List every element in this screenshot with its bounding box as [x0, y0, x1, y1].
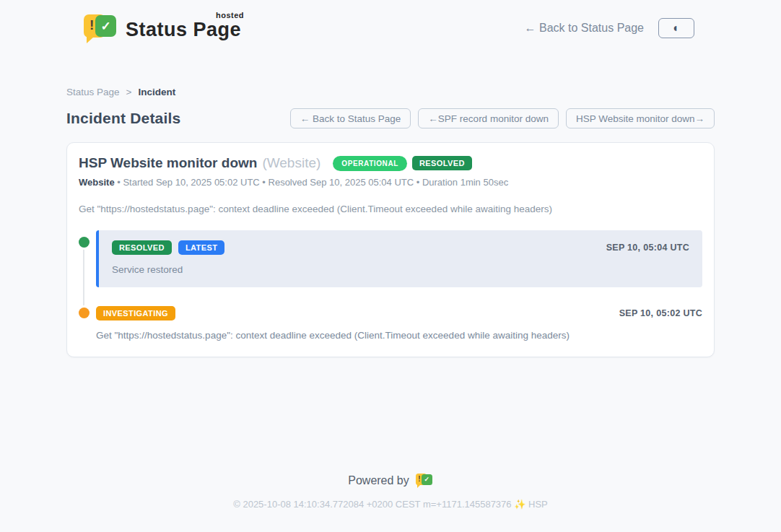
timeline-entry-investigating: INVESTIGATING SEP 10, 05:02 UTC Get "htt…: [79, 306, 702, 341]
timeline-entry-header: INVESTIGATING SEP 10, 05:02 UTC: [96, 306, 702, 320]
latest-badge: LATEST: [178, 240, 224, 255]
header-actions: ← Back to Status Page ◐: [525, 18, 694, 38]
timeline-entry-badges: RESOLVED LATEST: [112, 240, 224, 255]
title-row: Incident Details ← Back to Status Page ←…: [66, 108, 715, 128]
timeline-entry-timestamp: SEP 10, 05:02 UTC: [619, 308, 702, 318]
breadcrumb: Status Page > Incident: [66, 87, 715, 97]
timeline-entry-message: Get "https://hostedstatus.page": context…: [96, 330, 702, 341]
next-incident-button[interactable]: HSP Website monitor down→: [566, 108, 715, 128]
logo-checkmark-icon: ✓: [422, 474, 432, 485]
incident-nav-buttons: ← Back to Status Page ←SPF record monito…: [290, 108, 715, 128]
statuspage-mini-logo-icon: ✓ !: [416, 473, 433, 488]
theme-toggle-icon: ◐: [673, 22, 680, 34]
logo-bubble-tail: [417, 484, 421, 488]
previous-incident-button[interactable]: ←SPF record monitor down: [418, 108, 559, 128]
incident-title: HSP Website monitor down: [79, 155, 257, 171]
statuspage-logo-icon: ✓ !: [84, 13, 117, 43]
timeline-dot-orange-icon: [79, 308, 90, 318]
statuspage-logo[interactable]: ✓ ! Status Pagehosted: [84, 13, 241, 43]
timeline-entry-timestamp: SEP 10, 05:04 UTC: [606, 243, 689, 253]
timeline-entry-plain: INVESTIGATING SEP 10, 05:02 UTC Get "htt…: [96, 306, 702, 341]
incident-timeline: RESOLVED LATEST SEP 10, 05:04 UTC Servic…: [79, 230, 702, 341]
timeline-entry-box: RESOLVED LATEST SEP 10, 05:04 UTC Servic…: [96, 230, 702, 287]
back-to-status-page-button[interactable]: ← Back to Status Page: [290, 108, 411, 128]
header-back-to-status-page-link[interactable]: ← Back to Status Page: [525, 22, 644, 35]
theme-toggle-button[interactable]: ◐: [658, 18, 694, 38]
footer: Powered by ✓ ! © 2025-10-08 14:10:34.772…: [0, 473, 781, 510]
incident-description: Get "https://hostedstatus.page": context…: [79, 204, 702, 214]
breadcrumb-status-page[interactable]: Status Page: [66, 87, 120, 97]
incident-component: (Website): [262, 155, 320, 171]
incident-meta-component: Website: [79, 177, 115, 188]
page-title: Incident Details: [66, 110, 180, 127]
operational-status-badge: OPERATIONAL: [333, 156, 407, 171]
logo-bubble-tail: [87, 37, 94, 43]
breadcrumb-incident: Incident: [138, 87, 175, 97]
breadcrumb-separator: >: [126, 87, 132, 97]
brand-name: Status Pagehosted: [126, 19, 241, 41]
copyright-text: © 2025-10-08 14:10:34.772084 +0200 CEST …: [0, 499, 781, 510]
timeline-entry-message: Service restored: [112, 264, 689, 275]
timeline-entry-resolved: RESOLVED LATEST SEP 10, 05:04 UTC Servic…: [79, 230, 702, 287]
resolved-badge: RESOLVED: [112, 240, 172, 255]
brand-hosted-label: hosted: [216, 11, 244, 19]
incident-meta-details: • Started Sep 10, 2025 05:02 UTC • Resol…: [117, 177, 508, 188]
logo-exclamation-icon: !: [418, 475, 420, 484]
header: ✓ ! Status Pagehosted ← Back to Status P…: [0, 0, 781, 46]
timeline-dot-green-icon: [79, 237, 90, 248]
timeline-entry-header: RESOLVED LATEST SEP 10, 05:04 UTC: [112, 240, 689, 255]
incident-title-row: HSP Website monitor down (Website) OPERA…: [79, 155, 702, 171]
main-content: Status Page > Incident Incident Details …: [66, 87, 715, 357]
logo-checkmark-icon: ✓: [95, 15, 116, 37]
resolved-state-badge: RESOLVED: [412, 156, 472, 170]
powered-by-label: Powered by: [348, 474, 409, 487]
investigating-badge: INVESTIGATING: [96, 306, 175, 320]
powered-by-link[interactable]: Powered by ✓ !: [0, 473, 781, 488]
incident-meta: Website • Started Sep 10, 2025 05:02 UTC…: [79, 177, 702, 188]
incident-card: HSP Website monitor down (Website) OPERA…: [66, 142, 715, 357]
logo-exclamation-icon: !: [90, 17, 94, 34]
timeline-entry-badges: INVESTIGATING: [96, 306, 175, 320]
